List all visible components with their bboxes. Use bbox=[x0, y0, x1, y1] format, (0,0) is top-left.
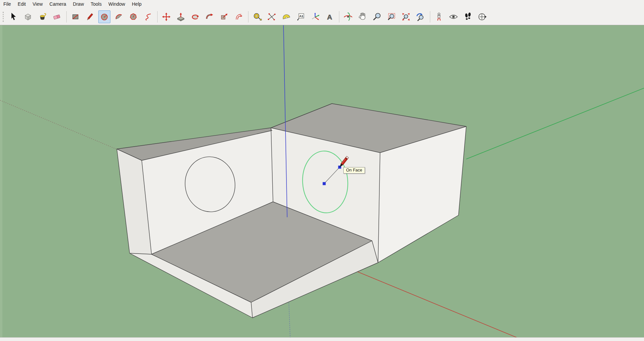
menu-file[interactable]: File bbox=[0, 0, 14, 9]
protractor-icon bbox=[281, 12, 291, 22]
green-axis bbox=[466, 88, 644, 159]
model bbox=[117, 104, 466, 318]
move-icon bbox=[161, 12, 171, 22]
tool-offset[interactable] bbox=[233, 10, 245, 23]
position-camera-icon bbox=[434, 12, 444, 22]
toolbar-separator bbox=[339, 11, 339, 23]
tool-zoom-extents[interactable] bbox=[400, 10, 412, 23]
tool-dimensions[interactable] bbox=[266, 10, 278, 23]
dimensions-icon bbox=[267, 12, 277, 22]
viewport-canvas[interactable]: On Face bbox=[0, 25, 644, 338]
pan-icon bbox=[358, 12, 368, 22]
tool-freehand[interactable] bbox=[142, 10, 154, 23]
tool-walk[interactable] bbox=[462, 10, 474, 23]
zoom-window-icon bbox=[386, 12, 397, 22]
tool-line[interactable] bbox=[84, 10, 96, 23]
rotate-icon bbox=[190, 12, 200, 22]
menu-draw[interactable]: Draw bbox=[70, 0, 88, 9]
tool-orbit[interactable] bbox=[342, 10, 354, 23]
axes-icon bbox=[310, 12, 320, 22]
tool-polygon[interactable] bbox=[127, 10, 139, 23]
make-component-icon bbox=[23, 12, 33, 22]
scale-icon bbox=[219, 12, 229, 22]
select-icon bbox=[8, 12, 19, 22]
zoom-extents-icon bbox=[401, 12, 411, 22]
polygon-icon bbox=[128, 12, 138, 22]
zoom-previous-icon bbox=[415, 12, 426, 22]
inference-tooltip: On Face bbox=[343, 167, 365, 174]
tool-position-camera[interactable] bbox=[433, 10, 445, 23]
toolbar-separator bbox=[157, 11, 158, 23]
tool-push-pull[interactable] bbox=[175, 10, 187, 23]
red-axis-negative bbox=[0, 100, 118, 150]
toolbar-separator bbox=[66, 11, 67, 23]
paint-bucket-icon bbox=[37, 12, 47, 22]
tool-move[interactable] bbox=[160, 10, 172, 23]
tool-section-plane[interactable] bbox=[476, 10, 488, 23]
follow-me-icon bbox=[205, 12, 215, 22]
tape-measure-icon bbox=[252, 12, 262, 22]
menu-edit[interactable]: Edit bbox=[14, 0, 29, 9]
tool-3d-text[interactable]: A bbox=[324, 10, 336, 23]
offset-icon bbox=[234, 12, 244, 22]
tool-pan[interactable] bbox=[357, 10, 369, 23]
tool-protractor[interactable] bbox=[280, 10, 292, 23]
red-axis bbox=[358, 272, 527, 338]
tool-zoom-window[interactable] bbox=[385, 10, 398, 23]
zoom-icon bbox=[372, 12, 382, 22]
tool-axes[interactable] bbox=[309, 10, 321, 23]
rectangle-icon bbox=[70, 12, 80, 22]
look-around-icon bbox=[448, 12, 459, 22]
tool-rectangle[interactable] bbox=[69, 10, 81, 23]
tool-circle[interactable] bbox=[98, 10, 110, 23]
viewport-left-edge bbox=[0, 25, 2, 338]
inference-tooltip-text: On Face bbox=[346, 168, 362, 173]
walk-icon bbox=[463, 12, 473, 22]
menu-tools[interactable]: Tools bbox=[87, 0, 105, 9]
menu-bar: FileEditViewCameraDrawToolsWindowHelp bbox=[0, 0, 644, 9]
tool-rotate[interactable] bbox=[189, 10, 201, 23]
tool-paint-bucket[interactable] bbox=[36, 10, 48, 23]
tool-tape-measure[interactable] bbox=[251, 10, 263, 23]
tool-zoom-previous[interactable] bbox=[414, 10, 427, 23]
tool-select[interactable] bbox=[7, 10, 20, 23]
blue-axis-negative bbox=[289, 303, 290, 337]
menu-window[interactable]: Window bbox=[105, 0, 129, 9]
tool-follow-me[interactable] bbox=[204, 10, 216, 23]
toolbar-separator bbox=[430, 11, 430, 23]
arc-icon bbox=[114, 12, 124, 22]
toolbar-separator bbox=[248, 11, 248, 23]
svg-text:A1: A1 bbox=[299, 14, 304, 18]
menu-help[interactable]: Help bbox=[129, 0, 145, 9]
tool-eraser[interactable] bbox=[51, 10, 63, 23]
orbit-icon bbox=[343, 12, 353, 22]
tool-look-around[interactable] bbox=[447, 10, 460, 23]
tool-arc[interactable] bbox=[113, 10, 125, 23]
3d-text-icon: A bbox=[325, 12, 335, 22]
eraser-icon bbox=[52, 12, 62, 22]
3d-scene bbox=[0, 25, 644, 338]
line-icon bbox=[85, 12, 95, 22]
center-point-handle bbox=[323, 182, 326, 185]
toolbar-drag-handle[interactable] bbox=[3, 12, 4, 22]
svg-text:A: A bbox=[327, 13, 332, 21]
tool-scale[interactable] bbox=[218, 10, 230, 23]
tool-make-component[interactable] bbox=[22, 10, 34, 23]
status-bar bbox=[0, 337, 644, 341]
toolbar: A1A bbox=[0, 9, 644, 25]
sketchup-window: FileEditViewCameraDrawToolsWindowHelp A1… bbox=[0, 0, 644, 341]
menu-view[interactable]: View bbox=[29, 0, 46, 9]
tool-zoom[interactable] bbox=[371, 10, 383, 23]
menu-camera[interactable]: Camera bbox=[46, 0, 70, 9]
circle-icon bbox=[99, 12, 109, 22]
text-icon: A1 bbox=[296, 12, 306, 22]
section-plane-icon bbox=[477, 12, 487, 22]
freehand-icon bbox=[143, 12, 153, 22]
tool-text[interactable]: A1 bbox=[295, 10, 307, 23]
push-pull-icon bbox=[176, 12, 186, 22]
